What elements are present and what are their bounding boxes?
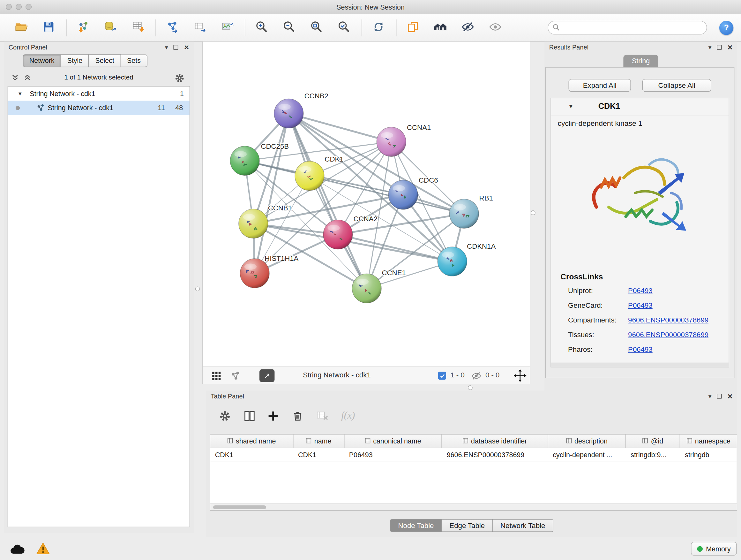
show-details-button[interactable] [484,17,506,38]
delete-columns-button[interactable] [291,409,304,424]
network-view[interactable]: CCNB2CCNA1CDC25BCDK1CDC6RB1CCNB1CCNA2CDK… [202,42,530,384]
crosslink-uniprot[interactable]: P06493 [628,287,653,294]
column-header[interactable]: database identifier [442,435,548,448]
network-share-icon[interactable] [230,371,241,383]
hidden-count: 0 - 0 [485,371,499,379]
memory-button[interactable]: Memory [691,542,737,556]
show-columns-button[interactable] [243,409,256,424]
string-home-button[interactable] [429,17,451,38]
panel-float-icon[interactable] [717,45,722,50]
column-header[interactable]: description [548,435,626,448]
hidden-eye-slash-icon[interactable] [471,371,482,383]
table-mode-button[interactable] [218,409,231,424]
panel-close-icon[interactable]: × [728,43,733,52]
horizontal-scrollbar[interactable] [551,363,729,367]
zoom-out-button[interactable] [278,17,300,38]
network-node-CCNA2[interactable] [323,220,353,249]
hide-details-button[interactable] [457,17,479,38]
zoom-fit-button[interactable] [306,17,327,38]
collapse-all-button[interactable]: Collapse All [643,79,711,91]
panel-float-icon[interactable] [174,45,179,50]
pan-crosshair-icon[interactable] [514,369,527,384]
titlebar: Session: New Session [0,0,741,14]
function-builder-button[interactable]: f(x) [341,409,355,421]
delete-table-button[interactable] [316,409,329,424]
panel-menu-icon[interactable]: ▾ [165,44,168,51]
network-edge[interactable] [289,113,367,288]
network-row-selected[interactable]: String Network - cdk1 11 48 [8,101,190,115]
open-in-new-window-button[interactable] [259,369,274,382]
column-header[interactable]: shared name [210,435,293,448]
network-node-CCNB1[interactable] [239,209,268,239]
panel-menu-icon[interactable]: ▾ [709,393,712,400]
network-node-CDKN1A[interactable] [437,247,467,276]
table-header-row: shared name name canonical name database… [210,435,737,448]
tab-network-table[interactable]: Network Table [493,519,553,532]
selected-checkbox-icon[interactable] [438,372,446,380]
network-node-RB1[interactable] [449,199,479,228]
warning-icon[interactable] [36,542,50,557]
panel-float-icon[interactable] [717,394,722,399]
network-node-HIST1H1A[interactable] [240,259,269,288]
scrollbar-thumb[interactable] [213,505,266,509]
expand-all-button[interactable]: Expand All [569,79,631,91]
network-collection-row[interactable]: ▼ String Network - cdk1 1 [8,86,190,101]
tree-collapse-arrow-icon[interactable]: ▼ [17,91,23,97]
panel-close-icon[interactable]: × [184,43,189,52]
column-header[interactable]: name [293,435,344,448]
gear-icon[interactable] [174,72,185,85]
network-node-CCNA1[interactable] [377,127,406,157]
network-node-CDK1[interactable] [295,161,324,191]
panel-menu-icon[interactable]: ▾ [709,44,712,51]
cloud-status-icon[interactable] [10,543,24,556]
tab-string[interactable]: String [623,55,658,67]
import-table-button[interactable] [127,17,149,38]
export-table-button[interactable] [189,17,211,38]
column-type-icon [365,437,370,445]
network-node-CDC25B[interactable] [230,146,259,176]
crosslink-genecard[interactable]: P06493 [628,301,653,309]
network-view-toolbar: String Network - cdk1 1 - 0 0 - 0 [203,367,530,384]
tab-style[interactable]: Style [61,54,89,67]
import-network-database-button[interactable] [99,17,121,38]
column-header[interactable]: canonical name [344,435,442,448]
network-edge[interactable] [255,113,289,273]
column-header[interactable]: @id [626,435,680,448]
open-session-button[interactable] [10,17,32,38]
tab-node-table[interactable]: Node Table [390,519,442,532]
column-header[interactable]: namespace [680,435,737,448]
tab-select[interactable]: Select [89,54,121,67]
tab-sets[interactable]: Sets [121,54,147,67]
zoom-selected-icon [337,20,350,35]
table-horizontal-scrollbar[interactable] [210,503,737,510]
apply-layout-button[interactable] [367,17,389,38]
network-node-CCNE1[interactable] [352,273,381,303]
control-panel: Control Panel ▾ × Network Style Select S… [4,42,194,533]
help-button[interactable]: ? [719,20,733,35]
crosslink-compartments[interactable]: 9606.ENSP00000378699 [628,316,709,324]
save-session-button[interactable] [38,17,59,38]
panel-resize-handle[interactable] [468,385,473,390]
network-node-CDC6[interactable] [388,180,418,209]
table-row[interactable]: CDK1 CDK1 P06493 9606.ENSP00000378699 cy… [210,448,737,461]
export-image-icon [221,20,234,35]
panel-resize-handle[interactable] [195,287,200,291]
network-node-CCNB2[interactable] [274,99,304,128]
import-network-file-button[interactable] [72,17,94,38]
network-from-selection-button[interactable] [161,17,183,38]
gene-collapse-arrow-icon[interactable]: ▼ [568,103,574,110]
tab-network[interactable]: Network [23,54,61,67]
tab-edge-table[interactable]: Edge Table [442,519,493,532]
panel-resize-handle[interactable] [531,210,536,215]
crosslink-pharos[interactable]: P06493 [628,345,653,353]
create-column-button[interactable] [266,409,280,424]
panel-close-icon[interactable]: × [728,392,733,401]
birds-eye-grid-icon[interactable] [211,371,222,383]
search-input[interactable] [548,21,707,35]
export-image-button[interactable] [216,17,238,38]
zoom-in-button[interactable] [251,17,273,38]
network-canvas[interactable]: CCNB2CCNA1CDC25BCDK1CDC6RB1CCNB1CCNA2CDK… [203,42,531,366]
crosslink-tissues[interactable]: 9606.ENSP00000378699 [628,330,709,338]
zoom-selected-button[interactable] [333,17,355,38]
copy-button[interactable] [402,17,424,38]
